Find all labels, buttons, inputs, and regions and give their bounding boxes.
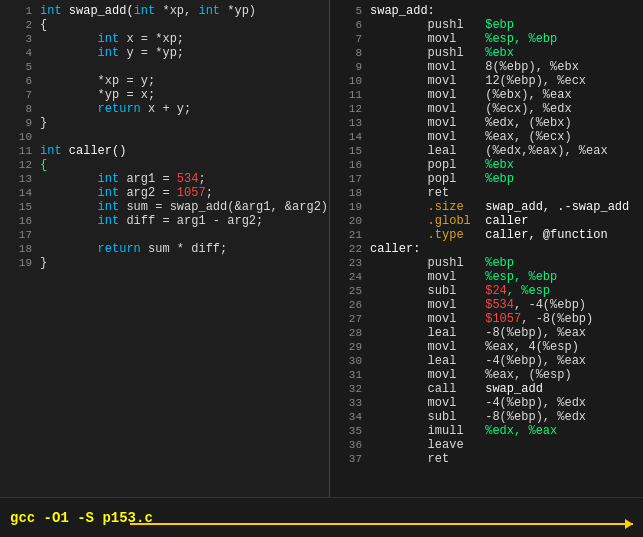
line-number: 17 (334, 172, 362, 186)
asm-text: movl 8(%ebp), %ebx (370, 60, 579, 74)
line-number: 25 (334, 284, 362, 298)
right-code-line: 33 movl -4(%ebp), %edx (330, 396, 643, 410)
asm-text: popl %ebx (370, 158, 514, 172)
line-number: 4 (4, 46, 32, 60)
asm-text: leave (370, 438, 485, 452)
code-text: int swap_add(int *xp, int *yp) (40, 4, 256, 18)
line-number: 10 (334, 74, 362, 88)
asm-text: subl -8(%ebp), %edx (370, 410, 586, 424)
line-number: 16 (4, 214, 32, 228)
right-code-line: 28 leal -8(%ebp), %eax (330, 326, 643, 340)
right-code-line: 24 movl %esp, %ebp (330, 270, 643, 284)
right-code-line: 37 ret (330, 452, 643, 466)
code-text: return x + y; (40, 102, 191, 116)
right-code-line: 15 leal (%edx,%eax), %eax (330, 144, 643, 158)
line-number: 7 (334, 32, 362, 46)
asm-text: movl %esp, %ebp (370, 32, 557, 46)
asm-text: movl -4(%ebp), %edx (370, 396, 586, 410)
code-text: int arg2 = 1057; (40, 186, 213, 200)
right-code-line: 16 popl %ebx (330, 158, 643, 172)
right-code-line: 34 subl -8(%ebp), %edx (330, 410, 643, 424)
right-code-line: 17 popl %ebp (330, 172, 643, 186)
line-number: 19 (4, 256, 32, 270)
asm-text: call swap_add (370, 382, 543, 396)
left-code-line: 17 (0, 228, 329, 242)
code-text: return sum * diff; (40, 242, 227, 256)
line-number: 1 (4, 4, 32, 18)
asm-text: movl %eax, (%ecx) (370, 130, 572, 144)
line-number: 19 (334, 200, 362, 214)
left-code-line: 13 int arg1 = 534; (0, 172, 329, 186)
line-number: 5 (334, 4, 362, 18)
line-number: 32 (334, 382, 362, 396)
right-code-line: 22caller: (330, 242, 643, 256)
line-number: 18 (334, 186, 362, 200)
arrow-line (130, 523, 633, 525)
line-number: 5 (4, 60, 32, 74)
line-number: 10 (4, 130, 32, 144)
line-number: 34 (334, 410, 362, 424)
code-text: int sum = swap_add(&arg1, &arg2); (40, 200, 330, 214)
line-number: 3 (4, 32, 32, 46)
right-code-line: 8 pushl %ebx (330, 46, 643, 60)
left-code-line: 9} (0, 116, 329, 130)
right-code-line: 23 pushl %ebp (330, 256, 643, 270)
asm-text: pushl %ebp (370, 256, 514, 270)
line-number: 15 (334, 144, 362, 158)
code-text: *xp = y; (40, 74, 155, 88)
line-number: 9 (4, 116, 32, 130)
code-text: } (40, 116, 47, 130)
asm-text: pushl $ebp (370, 18, 514, 32)
code-text: } (40, 256, 47, 270)
line-number: 13 (4, 172, 32, 186)
left-code-line: 16 int diff = arg1 - arg2; (0, 214, 329, 228)
line-number: 8 (4, 102, 32, 116)
left-code-line: 10 (0, 130, 329, 144)
left-code-line: 12{ (0, 158, 329, 172)
asm-text: pushl %ebx (370, 46, 514, 60)
left-code-line: 19} (0, 256, 329, 270)
asm-text: caller: (370, 242, 420, 256)
asm-text: .type caller, @function (370, 228, 608, 242)
code-text: int arg1 = 534; (40, 172, 206, 186)
right-code-line: 31 movl %eax, (%esp) (330, 368, 643, 382)
line-number: 30 (334, 354, 362, 368)
right-code-line: 7 movl %esp, %ebp (330, 32, 643, 46)
line-number: 26 (334, 298, 362, 312)
asm-text: movl %edx, (%ebx) (370, 116, 572, 130)
asm-text: ret (370, 186, 485, 200)
asm-text: leal (%edx,%eax), %eax (370, 144, 608, 158)
asm-text: imull %edx, %eax (370, 424, 557, 438)
right-code-line: 20 .globl caller (330, 214, 643, 228)
right-code-line: 18 ret (330, 186, 643, 200)
left-code-line: 14 int arg2 = 1057; (0, 186, 329, 200)
code-text: int y = *yp; (40, 46, 184, 60)
line-number: 6 (334, 18, 362, 32)
left-code-line: 2{ (0, 18, 329, 32)
line-number: 12 (4, 158, 32, 172)
right-code-line: 26 movl $534, -4(%ebp) (330, 298, 643, 312)
asm-text: .globl caller (370, 214, 528, 228)
asm-text: ret (370, 452, 485, 466)
line-number: 36 (334, 438, 362, 452)
right-code-line: 10 movl 12(%ebp), %ecx (330, 74, 643, 88)
asm-text: popl %ebp (370, 172, 514, 186)
code-text: int diff = arg1 - arg2; (40, 214, 263, 228)
asm-text: subl $24, %esp (370, 284, 550, 298)
code-text: { (40, 18, 47, 32)
right-code-line: 25 subl $24, %esp (330, 284, 643, 298)
line-number: 35 (334, 424, 362, 438)
right-code-line: 12 movl (%ecx), %edx (330, 102, 643, 116)
line-number: 16 (334, 158, 362, 172)
left-panel: 1int swap_add(int *xp, int *yp)2{3 int x… (0, 0, 330, 497)
line-number: 17 (4, 228, 32, 242)
right-code-line: 32 call swap_add (330, 382, 643, 396)
line-number: 11 (334, 88, 362, 102)
asm-text: movl $1057, -8(%ebp) (370, 312, 593, 326)
line-number: 23 (334, 256, 362, 270)
line-number: 28 (334, 326, 362, 340)
right-code-line: 36 leave (330, 438, 643, 452)
asm-text: movl $534, -4(%ebp) (370, 298, 586, 312)
line-number: 18 (4, 242, 32, 256)
left-code-line: 11int caller() (0, 144, 329, 158)
